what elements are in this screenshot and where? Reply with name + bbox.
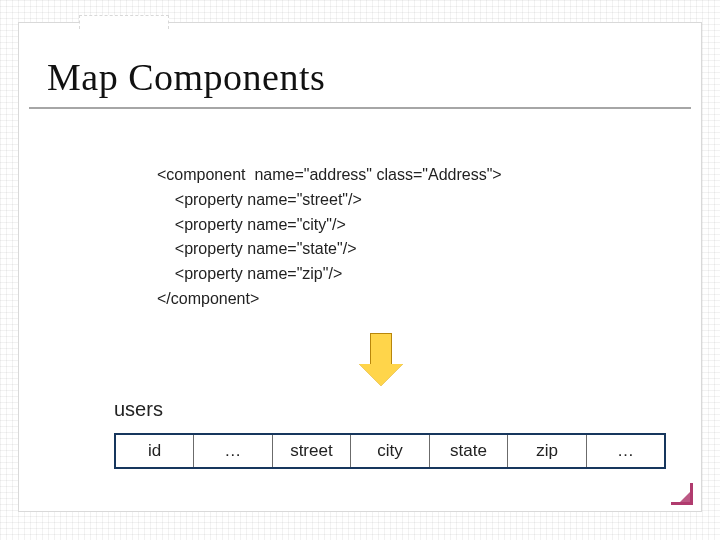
slide-notch-decoration [79, 15, 169, 29]
col-street: street [272, 434, 351, 468]
slide-corner-ornament-icon [669, 481, 693, 505]
users-table: id … street city state zip … [114, 433, 666, 469]
slide-frame: Map Components <component name="address"… [18, 22, 702, 512]
xml-code-block: <component name="address" class="Address… [157, 163, 502, 312]
table-row: id … street city state zip … [115, 434, 665, 468]
table-name-label: users [114, 398, 163, 421]
col-id: id [115, 434, 194, 468]
down-arrow-icon [359, 333, 403, 387]
code-line-5: <property name="zip"/> [157, 262, 502, 287]
col-ellipsis-right: … [586, 434, 665, 468]
col-city: city [351, 434, 430, 468]
col-zip: zip [508, 434, 587, 468]
code-line-1: <component name="address" class="Address… [157, 163, 502, 188]
code-line-2: <property name="street"/> [157, 188, 502, 213]
code-line-3: <property name="city"/> [157, 213, 502, 238]
page-title: Map Components [47, 55, 325, 99]
title-underline [29, 107, 691, 109]
col-ellipsis-left: … [194, 434, 273, 468]
code-line-4: <property name="state"/> [157, 237, 502, 262]
col-state: state [429, 434, 508, 468]
code-line-6: </component> [157, 287, 502, 312]
